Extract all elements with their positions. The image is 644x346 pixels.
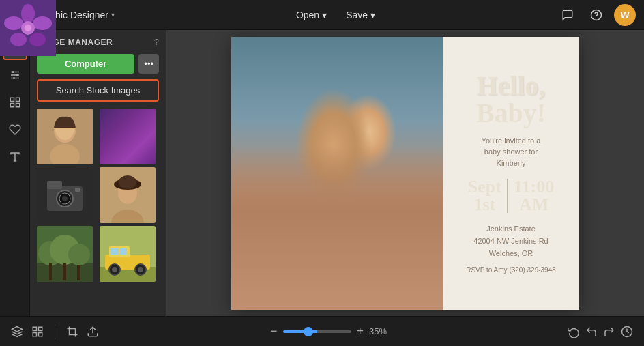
svg-rect-47 — [77, 265, 80, 280]
topbar-center: Open ▾ Save ▾ — [115, 7, 557, 23]
card-date-block: Sept 1st — [468, 178, 501, 214]
list-item[interactable] — [37, 226, 93, 282]
export-button[interactable] — [87, 326, 99, 338]
svg-point-9 — [13, 77, 15, 79]
svg-point-39 — [119, 175, 136, 189]
card-time-1100: 11:00 — [514, 178, 554, 196]
list-item[interactable] — [100, 109, 156, 164]
more-options-button[interactable]: ••• — [138, 54, 159, 74]
bottom-bar: − + 35% — [0, 316, 644, 346]
svg-point-55 — [112, 267, 117, 272]
svg-point-74 — [322, 207, 349, 232]
card-time-am: AM — [514, 196, 554, 214]
svg-point-75 — [330, 210, 341, 224]
refresh-icon — [568, 326, 580, 338]
svg-rect-63 — [293, 160, 334, 162]
crop-button[interactable] — [66, 326, 78, 338]
chat-icon — [561, 9, 574, 21]
card-rsvp: RSVP to Amy (320) 329-3948 — [466, 266, 556, 274]
chat-icon-button[interactable] — [557, 4, 579, 26]
thumb-image-6 — [100, 226, 156, 282]
undo-icon — [585, 326, 598, 338]
svg-point-44 — [68, 244, 90, 265]
computer-button[interactable]: Computer — [37, 54, 134, 74]
card-address: Jenkins Estate 42004 NW Jenkins Rd Welch… — [473, 223, 548, 259]
svg-point-60 — [293, 95, 334, 143]
svg-rect-58 — [231, 37, 443, 310]
save-button[interactable]: Save ▾ — [339, 7, 382, 23]
grid-rail-button[interactable] — [3, 90, 27, 115]
svg-rect-72 — [312, 201, 360, 238]
card-hello-text: Hello, — [476, 72, 545, 100]
zoom-percent-label: 35% — [369, 326, 396, 336]
clock-button[interactable] — [621, 326, 633, 338]
text-icon — [9, 151, 21, 163]
undo-button[interactable] — [585, 326, 598, 338]
canvas-area: Hello, Baby! You're invited to ababy sho… — [166, 30, 644, 316]
thumb-image-5 — [37, 226, 93, 282]
redo-icon — [603, 326, 615, 338]
svg-rect-78 — [39, 327, 42, 330]
grid-view-icon — [31, 326, 44, 338]
svg-rect-65 — [293, 173, 334, 176]
design-card: Hello, Baby! You're invited to ababy sho… — [231, 37, 579, 310]
svg-rect-73 — [313, 202, 358, 237]
list-item[interactable] — [100, 167, 156, 223]
svg-point-66 — [346, 86, 390, 138]
main-area: IMAGE MANAGER ? Computer ••• Search Stoc… — [0, 30, 644, 316]
svg-point-69 — [295, 87, 331, 120]
panel-buttons: Computer ••• — [37, 54, 159, 74]
card-text: Hello, Baby! You're invited to ababy sho… — [443, 37, 579, 310]
redo-button[interactable] — [603, 326, 615, 338]
svg-rect-67 — [346, 138, 390, 274]
clock-icon — [621, 326, 633, 338]
svg-rect-79 — [33, 332, 36, 336]
layers-button[interactable] — [11, 326, 23, 338]
topbar: b Graphic Designer ▾ Open ▾ Save ▾ W — [0, 0, 644, 30]
bottom-separator-1 — [55, 324, 55, 339]
topbar-right: W — [557, 4, 636, 26]
svg-rect-13 — [16, 104, 19, 107]
thumb-image-4 — [100, 167, 156, 223]
card-time-block: 11:00 AM — [514, 178, 554, 214]
list-item[interactable] — [37, 167, 93, 223]
icon-rail — [0, 30, 30, 316]
save-chevron: ▾ — [370, 10, 375, 20]
list-item[interactable] — [100, 226, 156, 282]
svg-rect-11 — [16, 98, 19, 101]
svg-rect-52 — [111, 248, 119, 255]
panel-help-button[interactable]: ? — [154, 37, 159, 47]
thumb-image-3 — [37, 167, 93, 223]
svg-rect-61 — [293, 143, 334, 265]
help-icon-button[interactable] — [585, 4, 607, 26]
search-stock-button[interactable]: Search Stock Images — [37, 79, 159, 102]
help-icon — [590, 9, 602, 21]
adjustments-rail-button[interactable] — [3, 63, 27, 87]
refresh-button[interactable] — [568, 326, 580, 338]
list-item[interactable] — [37, 109, 93, 164]
zoom-slider[interactable] — [283, 330, 351, 333]
svg-rect-59 — [231, 37, 443, 310]
svg-rect-62 — [293, 153, 334, 156]
grid-view-button[interactable] — [31, 326, 44, 338]
grid-icon — [9, 96, 21, 109]
open-chevron: ▾ — [322, 10, 327, 20]
svg-rect-34 — [75, 188, 80, 192]
svg-rect-80 — [39, 332, 42, 336]
zoom-minus-button[interactable]: − — [270, 324, 278, 338]
card-baby-text: Baby! — [476, 100, 546, 127]
svg-point-68 — [349, 82, 387, 112]
text-rail-button[interactable] — [3, 145, 27, 169]
svg-point-8 — [16, 74, 18, 76]
svg-rect-10 — [10, 98, 14, 101]
svg-rect-77 — [33, 327, 36, 330]
card-invite-text: You're invited to ababy shower forKimber… — [482, 135, 541, 169]
favorites-rail-button[interactable] — [3, 117, 27, 142]
user-avatar[interactable]: W — [614, 4, 636, 26]
svg-rect-70 — [291, 193, 311, 248]
zoom-plus-button[interactable]: + — [357, 324, 364, 338]
zoom-controls: − + 35% — [270, 324, 396, 338]
open-button[interactable]: Open ▾ — [289, 7, 334, 23]
thumb-image-1 — [37, 109, 93, 164]
adjustments-icon — [9, 69, 21, 81]
